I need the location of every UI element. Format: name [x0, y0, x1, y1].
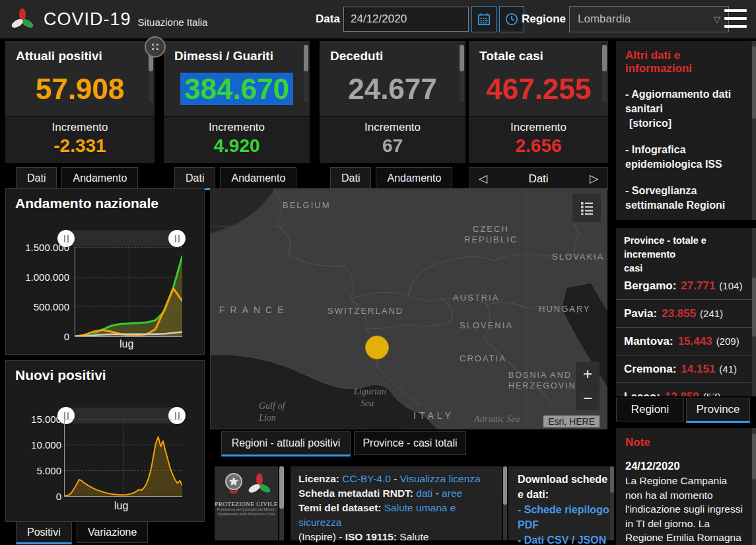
- carousel-prev-icon[interactable]: ◁: [479, 172, 487, 186]
- time-button[interactable]: [499, 6, 524, 32]
- map-label-gulf-of-lion-2: Lion: [259, 413, 276, 423]
- card-title: Totale casi: [469, 41, 608, 63]
- card-totale-casi: Totale casi 467.255 Incremento 2.656 ◁ D…: [469, 41, 608, 190]
- province-row-lecco[interactable]: Lecco: 12.859 (57): [616, 383, 756, 396]
- app-subtitle: Situazione Italia: [138, 17, 208, 28]
- tab-dati[interactable]: Dati: [174, 167, 215, 190]
- tab-andamento[interactable]: Andamento: [61, 167, 138, 189]
- increment-label: Incremento: [320, 121, 465, 134]
- card-attuali-positivi: Attuali positivi 57.908 Incremento -2.33…: [5, 41, 155, 190]
- map-label-czech: CZECH: [473, 224, 509, 234]
- download-csv-json-link[interactable]: - Dati CSV / JSON: [518, 532, 613, 545]
- link-aggiornamento-dati[interactable]: - Aggiornamento dati sanitari: [625, 87, 747, 116]
- link-storico[interactable]: [storico]: [625, 116, 747, 131]
- card-value: 384.670: [180, 73, 293, 105]
- map-label-gulf-of-lion: Gulf of: [259, 401, 285, 412]
- europe-map[interactable]: BELGIUM CZECH REPUBLIC SLOVAKIA FRANCE S…: [210, 188, 607, 429]
- province-row-pavia[interactable]: Pavia: 23.855 (241): [616, 300, 756, 328]
- card-value: 467.255: [469, 63, 608, 116]
- tab-dati[interactable]: Dati: [330, 167, 371, 190]
- y-tick: 15.000: [1, 414, 61, 425]
- lombardia-marker[interactable]: [365, 336, 389, 359]
- license-link-view[interactable]: Visualizza licenza: [400, 473, 481, 484]
- scrollbar-thumb[interactable]: [503, 466, 507, 505]
- note-title: Note: [625, 436, 747, 449]
- province-row-cremona[interactable]: Cremona: 14.151 (41): [616, 355, 756, 383]
- scrollbar-thumb[interactable]: [460, 45, 464, 71]
- expand-button[interactable]: [145, 36, 166, 57]
- link-sorveglianza-regioni[interactable]: - Sorveglianza settimanale Regioni: [625, 184, 747, 213]
- province-title-line2: casi: [624, 262, 748, 275]
- footer-logo-sub2: Dipartimento della Protezione Civile: [217, 512, 275, 517]
- note-date: 24/12/2020: [625, 460, 747, 472]
- tab-variazione[interactable]: Variazione: [77, 521, 148, 543]
- y-tick: 10.000: [1, 439, 61, 451]
- scrollbar-thumb[interactable]: [752, 277, 756, 337]
- chart-title: Andamento nazionale: [6, 189, 204, 211]
- scrollbar-thumb[interactable]: [752, 433, 756, 480]
- map-label-france: FRANCE: [219, 305, 289, 315]
- menu-icon: [724, 9, 747, 12]
- tab-positivi[interactable]: Positivi: [16, 521, 72, 544]
- expand-icon: [150, 42, 160, 52]
- time-slider-handle-right[interactable]: [168, 230, 186, 247]
- x-tick: lug: [120, 338, 133, 350]
- map-zoom-in-button[interactable]: +: [576, 362, 600, 386]
- scrollbar-thumb[interactable]: [752, 46, 756, 119]
- chevron-down-icon: ▽: [714, 15, 720, 24]
- map-label-bosnia-2: HERZEGOVINA: [508, 381, 583, 390]
- date-input[interactable]: 24/12/2020: [343, 7, 469, 32]
- metadata-link-aree[interactable]: aree: [442, 488, 462, 499]
- license-label: Licenza:: [298, 473, 339, 484]
- themes-label: Temi del dataset:: [298, 502, 381, 513]
- map-zoom-out-button[interactable]: −: [576, 386, 600, 410]
- tab-province-casi-totali[interactable]: Province - casi totali: [354, 431, 466, 455]
- tab-province[interactable]: Province: [686, 398, 750, 423]
- card-title: Attuali positivi: [5, 41, 155, 63]
- link-infografica-iss[interactable]: - Infografica epidemiologica ISS: [625, 143, 747, 172]
- tab-dati[interactable]: Dati: [16, 167, 57, 190]
- map-label-ligurian-sea-2: Sea: [361, 398, 374, 409]
- new-positives-plot-area: [64, 419, 182, 497]
- region-select[interactable]: Lombardia ▽: [569, 6, 729, 32]
- y-tick: 1.000.000: [9, 272, 69, 283]
- scrollbar-thumb[interactable]: [304, 45, 308, 71]
- note-text: La Regione Campania non ha al momento l'…: [625, 474, 747, 545]
- map-label-czech-2: REPUBLIC: [464, 235, 518, 244]
- increment-label: Incremento: [164, 121, 310, 134]
- menu-button[interactable]: [724, 9, 747, 28]
- map-label-hungary: HUNGARY: [539, 304, 591, 314]
- triskelion-icon: [248, 470, 271, 498]
- calendar-button[interactable]: [471, 6, 497, 32]
- new-positives-chart: [65, 419, 182, 496]
- map-label-bosnia: BOSNIA AND: [508, 371, 572, 380]
- download-pdf-link[interactable]: - Schede riepilogo PDF: [518, 502, 613, 532]
- tab-regioni[interactable]: Regioni: [616, 398, 684, 421]
- increment-value: 67: [320, 135, 465, 157]
- metadata-link-dati[interactable]: dati: [416, 488, 432, 499]
- license-link-ccby[interactable]: CC-BY-4.0: [342, 473, 391, 484]
- scrollbar-thumb[interactable]: [602, 45, 607, 71]
- scrollbar-thumb[interactable]: [279, 466, 284, 509]
- header-bar: COVID-19 Situazione Italia Data 24/12/20…: [0, 0, 756, 40]
- date-label: Data: [316, 13, 340, 26]
- tab-andamento[interactable]: Andamento: [220, 167, 296, 189]
- map-label-austria: AUSTRIA: [453, 293, 499, 303]
- province-row-mantova[interactable]: Mantova: 15.443 (209): [616, 328, 756, 355]
- province-row-bergamo[interactable]: Bergamo: 27.771 (104): [616, 278, 756, 300]
- card-value: 24.677: [320, 63, 465, 116]
- tab-regioni-attuali-positivi[interactable]: Regioni - attuali positivi: [221, 431, 351, 456]
- scrollbar-thumb[interactable]: [610, 466, 614, 493]
- national-trend-chart: [75, 247, 182, 336]
- map-label-slovenia: SLOVENIA: [460, 320, 513, 330]
- time-slider-track[interactable]: [66, 231, 177, 246]
- panel-note: Note 24/12/2020 La Regione Campania non …: [616, 428, 756, 545]
- carousel-next-icon[interactable]: ▷: [590, 172, 598, 186]
- map-attribution: Esri, HERE: [543, 416, 600, 427]
- x-tick: lug: [114, 500, 128, 512]
- map-legend-button[interactable]: [572, 194, 601, 222]
- panel-altri-dati: Altri dati e informazioni - Aggiornament…: [616, 41, 756, 220]
- national-plot-area: [75, 247, 182, 337]
- tab-andamento[interactable]: Andamento: [376, 167, 452, 189]
- card-dimessi-guariti: Dimessi / Guariti 384.670 Incremento 4.9…: [164, 41, 310, 190]
